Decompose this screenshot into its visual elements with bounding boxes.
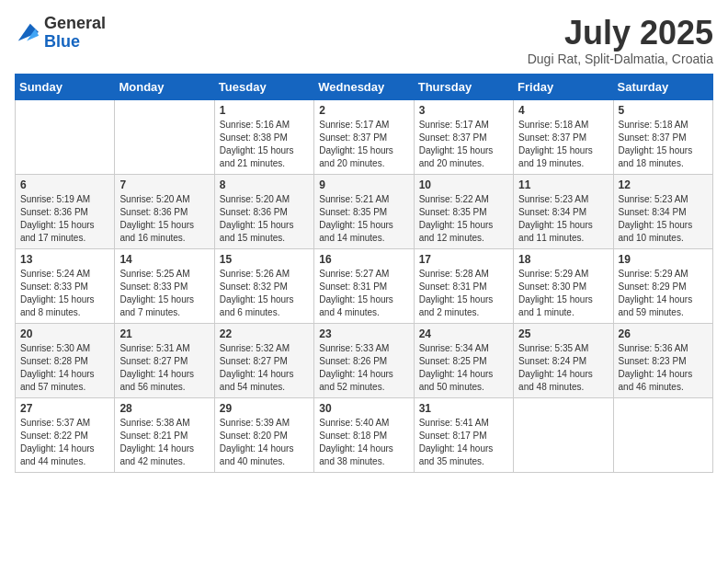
day-info: Sunrise: 5:41 AM Sunset: 8:17 PM Dayligh… xyxy=(419,417,508,468)
day-info: Sunrise: 5:24 AM Sunset: 8:33 PM Dayligh… xyxy=(20,268,109,319)
weekday-header-row: SundayMondayTuesdayWednesdayThursdayFrid… xyxy=(16,74,713,99)
day-info: Sunrise: 5:21 AM Sunset: 8:35 PM Dayligh… xyxy=(319,193,408,245)
calendar-week-row: 13Sunrise: 5:24 AM Sunset: 8:33 PM Dayli… xyxy=(16,248,713,323)
calendar-cell: 8Sunrise: 5:20 AM Sunset: 8:36 PM Daylig… xyxy=(214,174,313,248)
calendar-cell: 21Sunrise: 5:31 AM Sunset: 8:27 PM Dayli… xyxy=(115,323,214,397)
day-number: 17 xyxy=(419,253,508,266)
calendar-cell: 11Sunrise: 5:23 AM Sunset: 8:34 PM Dayli… xyxy=(514,174,613,248)
day-info: Sunrise: 5:18 AM Sunset: 8:37 PM Dayligh… xyxy=(619,119,708,170)
day-number: 16 xyxy=(319,253,408,266)
calendar-cell: 6Sunrise: 5:19 AM Sunset: 8:36 PM Daylig… xyxy=(16,174,115,248)
day-info: Sunrise: 5:17 AM Sunset: 8:37 PM Dayligh… xyxy=(419,119,508,170)
weekday-header: Monday xyxy=(115,74,214,99)
calendar-cell: 25Sunrise: 5:35 AM Sunset: 8:24 PM Dayli… xyxy=(514,323,613,397)
day-info: Sunrise: 5:23 AM Sunset: 8:34 PM Dayligh… xyxy=(518,193,608,245)
day-number: 13 xyxy=(20,253,109,266)
day-number: 20 xyxy=(20,327,109,340)
day-number: 5 xyxy=(619,104,708,117)
day-info: Sunrise: 5:38 AM Sunset: 8:21 PM Dayligh… xyxy=(119,417,209,468)
day-number: 14 xyxy=(119,253,209,266)
calendar-cell: 3Sunrise: 5:17 AM Sunset: 8:37 PM Daylig… xyxy=(414,99,513,174)
month-title: July 2025 xyxy=(528,15,713,52)
day-number: 2 xyxy=(319,104,408,117)
calendar-cell: 18Sunrise: 5:29 AM Sunset: 8:30 PM Dayli… xyxy=(514,248,613,323)
day-info: Sunrise: 5:27 AM Sunset: 8:31 PM Dayligh… xyxy=(319,268,408,319)
day-number: 19 xyxy=(619,253,708,266)
calendar-cell: 9Sunrise: 5:21 AM Sunset: 8:35 PM Daylig… xyxy=(314,174,414,248)
calendar-cell: 22Sunrise: 5:32 AM Sunset: 8:27 PM Dayli… xyxy=(214,323,313,397)
calendar-cell: 20Sunrise: 5:30 AM Sunset: 8:28 PM Dayli… xyxy=(16,323,115,397)
day-number: 15 xyxy=(220,253,309,266)
calendar-cell: 26Sunrise: 5:36 AM Sunset: 8:23 PM Dayli… xyxy=(613,323,712,397)
day-number: 28 xyxy=(119,402,209,415)
day-info: Sunrise: 5:20 AM Sunset: 8:36 PM Dayligh… xyxy=(220,193,309,245)
day-info: Sunrise: 5:30 AM Sunset: 8:28 PM Dayligh… xyxy=(20,342,109,394)
page-header: General Blue July 2025 Dugi Rat, Split-D… xyxy=(15,15,713,66)
logo-blue: Blue xyxy=(44,33,106,52)
day-info: Sunrise: 5:31 AM Sunset: 8:27 PM Dayligh… xyxy=(119,342,209,394)
day-number: 18 xyxy=(518,253,608,266)
day-info: Sunrise: 5:22 AM Sunset: 8:35 PM Dayligh… xyxy=(419,193,508,245)
weekday-header: Friday xyxy=(514,74,613,99)
calendar-cell: 5Sunrise: 5:18 AM Sunset: 8:37 PM Daylig… xyxy=(613,99,712,174)
calendar-cell: 13Sunrise: 5:24 AM Sunset: 8:33 PM Dayli… xyxy=(16,248,115,323)
calendar-cell: 12Sunrise: 5:23 AM Sunset: 8:34 PM Dayli… xyxy=(613,174,712,248)
calendar-cell: 29Sunrise: 5:39 AM Sunset: 8:20 PM Dayli… xyxy=(214,397,313,472)
calendar-cell xyxy=(514,397,613,472)
calendar-cell: 14Sunrise: 5:25 AM Sunset: 8:33 PM Dayli… xyxy=(115,248,214,323)
day-info: Sunrise: 5:37 AM Sunset: 8:22 PM Dayligh… xyxy=(20,417,109,468)
weekday-header: Tuesday xyxy=(214,74,313,99)
calendar-cell: 23Sunrise: 5:33 AM Sunset: 8:26 PM Dayli… xyxy=(314,323,414,397)
logo-general: General xyxy=(44,15,106,33)
calendar-cell: 19Sunrise: 5:29 AM Sunset: 8:29 PM Dayli… xyxy=(613,248,712,323)
day-number: 22 xyxy=(220,327,309,340)
day-number: 27 xyxy=(20,402,109,415)
day-info: Sunrise: 5:29 AM Sunset: 8:30 PM Dayligh… xyxy=(518,268,608,319)
day-number: 8 xyxy=(220,178,309,191)
calendar-cell xyxy=(613,397,712,472)
day-info: Sunrise: 5:35 AM Sunset: 8:24 PM Dayligh… xyxy=(518,342,608,394)
title-block: July 2025 Dugi Rat, Split-Dalmatia, Croa… xyxy=(528,15,713,66)
day-number: 9 xyxy=(319,178,408,191)
calendar-cell: 24Sunrise: 5:34 AM Sunset: 8:25 PM Dayli… xyxy=(414,323,513,397)
calendar-cell: 27Sunrise: 5:37 AM Sunset: 8:22 PM Dayli… xyxy=(16,397,115,472)
day-number: 10 xyxy=(419,178,508,191)
day-number: 25 xyxy=(518,327,608,340)
day-number: 31 xyxy=(419,402,508,415)
day-info: Sunrise: 5:26 AM Sunset: 8:32 PM Dayligh… xyxy=(220,268,309,319)
calendar-week-row: 6Sunrise: 5:19 AM Sunset: 8:36 PM Daylig… xyxy=(16,174,713,248)
day-number: 29 xyxy=(220,402,309,415)
day-number: 30 xyxy=(319,402,408,415)
logo-icon xyxy=(15,20,40,46)
weekday-header: Sunday xyxy=(16,74,115,99)
day-info: Sunrise: 5:34 AM Sunset: 8:25 PM Dayligh… xyxy=(419,342,508,394)
day-number: 26 xyxy=(619,327,708,340)
day-number: 21 xyxy=(119,327,209,340)
day-info: Sunrise: 5:28 AM Sunset: 8:31 PM Dayligh… xyxy=(419,268,508,319)
day-number: 1 xyxy=(220,104,309,117)
day-info: Sunrise: 5:23 AM Sunset: 8:34 PM Dayligh… xyxy=(619,193,708,245)
day-number: 11 xyxy=(518,178,608,191)
calendar-cell: 28Sunrise: 5:38 AM Sunset: 8:21 PM Dayli… xyxy=(115,397,214,472)
calendar-table: SundayMondayTuesdayWednesdayThursdayFrid… xyxy=(15,74,713,473)
day-info: Sunrise: 5:40 AM Sunset: 8:18 PM Dayligh… xyxy=(319,417,408,468)
day-info: Sunrise: 5:32 AM Sunset: 8:27 PM Dayligh… xyxy=(220,342,309,394)
day-info: Sunrise: 5:18 AM Sunset: 8:37 PM Dayligh… xyxy=(518,119,608,170)
day-number: 24 xyxy=(419,327,508,340)
day-number: 23 xyxy=(319,327,408,340)
day-info: Sunrise: 5:36 AM Sunset: 8:23 PM Dayligh… xyxy=(619,342,708,394)
day-info: Sunrise: 5:16 AM Sunset: 8:38 PM Dayligh… xyxy=(220,119,309,170)
day-info: Sunrise: 5:25 AM Sunset: 8:33 PM Dayligh… xyxy=(119,268,209,319)
calendar-cell: 1Sunrise: 5:16 AM Sunset: 8:38 PM Daylig… xyxy=(214,99,313,174)
day-info: Sunrise: 5:29 AM Sunset: 8:29 PM Dayligh… xyxy=(619,268,708,319)
calendar-cell xyxy=(16,99,115,174)
day-number: 12 xyxy=(619,178,708,191)
calendar-week-row: 1Sunrise: 5:16 AM Sunset: 8:38 PM Daylig… xyxy=(16,99,713,174)
weekday-header: Wednesday xyxy=(314,74,414,99)
calendar-cell: 16Sunrise: 5:27 AM Sunset: 8:31 PM Dayli… xyxy=(314,248,414,323)
logo: General Blue xyxy=(15,15,106,52)
calendar-cell: 10Sunrise: 5:22 AM Sunset: 8:35 PM Dayli… xyxy=(414,174,513,248)
day-info: Sunrise: 5:19 AM Sunset: 8:36 PM Dayligh… xyxy=(20,193,109,245)
day-info: Sunrise: 5:20 AM Sunset: 8:36 PM Dayligh… xyxy=(119,193,209,245)
day-info: Sunrise: 5:39 AM Sunset: 8:20 PM Dayligh… xyxy=(220,417,309,468)
